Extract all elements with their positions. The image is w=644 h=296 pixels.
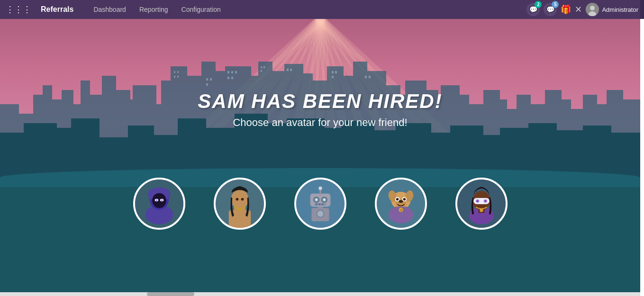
svg-rect-70 xyxy=(174,76,175,78)
close-icon[interactable]: ✕ xyxy=(575,4,582,15)
svg-rect-85 xyxy=(332,71,334,73)
avatar-hooded[interactable] xyxy=(133,178,185,230)
app-name: Referrals xyxy=(41,5,73,14)
svg-rect-74 xyxy=(206,83,208,86)
svg-rect-87 xyxy=(332,76,334,78)
avatar-warrior[interactable] xyxy=(214,178,266,230)
svg-rect-88 xyxy=(365,76,367,78)
svg-rect-89 xyxy=(369,76,371,78)
svg-rect-144 xyxy=(315,204,317,205)
svg-rect-75 xyxy=(227,71,229,73)
headline-title: SAM HAS BEEN HIRED! xyxy=(198,90,442,113)
svg-point-168 xyxy=(476,200,479,203)
svg-point-1 xyxy=(590,6,595,10)
svg-rect-146 xyxy=(321,204,323,205)
svg-rect-71 xyxy=(177,76,179,78)
admin-menu[interactable]: Administrator xyxy=(586,3,638,16)
top-navigation: ⋮⋮⋮ Referrals Dashboard Reporting Config… xyxy=(0,0,644,19)
svg-point-136 xyxy=(318,187,322,190)
notifications-button[interactable]: 💬 2 xyxy=(526,3,540,16)
avatars-container: ★ xyxy=(133,178,508,230)
svg-rect-68 xyxy=(174,71,175,73)
svg-point-170 xyxy=(480,208,483,212)
svg-rect-79 xyxy=(231,77,233,79)
svg-point-128 xyxy=(241,198,244,201)
avatar-female-hero[interactable] xyxy=(455,178,508,230)
svg-rect-81 xyxy=(263,66,265,68)
svg-rect-76 xyxy=(231,71,233,73)
menu-dashboard[interactable]: Dashboard xyxy=(88,4,132,15)
scrollbar-thumb[interactable] xyxy=(147,292,194,296)
svg-rect-145 xyxy=(318,204,320,205)
menu-reporting[interactable]: Reporting xyxy=(134,4,174,15)
gift-icon[interactable]: 🎁 xyxy=(561,4,571,15)
main-content: .ray-line { stroke: rgba(255,200,180,0.2… xyxy=(0,19,640,296)
svg-point-169 xyxy=(484,200,487,203)
svg-rect-86 xyxy=(335,71,337,73)
main-menu: Dashboard Reporting Configuration xyxy=(88,4,517,15)
svg-point-153 xyxy=(399,200,403,203)
svg-point-132 xyxy=(317,210,324,217)
svg-point-142 xyxy=(323,199,325,201)
avatar xyxy=(586,3,599,16)
messages-badge: 5 xyxy=(552,1,559,8)
messages-button[interactable]: 💬 5 xyxy=(544,3,557,16)
svg-point-122 xyxy=(161,199,163,201)
topnav-right-icons: 💬 2 💬 5 🎁 ✕ Administrator xyxy=(526,3,638,16)
svg-rect-69 xyxy=(177,71,179,73)
admin-name: Administrator xyxy=(602,6,638,13)
menu-configuration[interactable]: Configuration xyxy=(176,4,227,15)
svg-rect-77 xyxy=(235,71,237,73)
svg-point-129 xyxy=(238,208,241,211)
svg-point-156 xyxy=(396,198,399,201)
svg-rect-82 xyxy=(261,70,262,72)
scrollbar-right[interactable] xyxy=(640,0,644,19)
svg-rect-80 xyxy=(261,66,262,68)
headline-container: SAM HAS BEEN HIRED! Choose an avatar for… xyxy=(198,90,442,129)
svg-rect-83 xyxy=(287,69,289,71)
svg-rect-84 xyxy=(290,69,292,71)
svg-point-118 xyxy=(152,193,166,208)
notifications-badge: 2 xyxy=(535,1,542,8)
svg-rect-72 xyxy=(206,78,208,81)
svg-point-157 xyxy=(403,198,406,201)
avatar-robot[interactable] xyxy=(294,178,346,230)
svg-point-121 xyxy=(155,199,157,201)
bottom-scrollbar[interactable] xyxy=(0,292,640,296)
avatar-dog[interactable]: ★ xyxy=(375,178,427,230)
svg-point-127 xyxy=(236,198,238,201)
grid-icon[interactable]: ⋮⋮⋮ xyxy=(6,4,31,15)
svg-point-126 xyxy=(231,189,248,209)
headline-subtitle: Choose an avatar for your new friend! xyxy=(198,117,442,129)
svg-rect-73 xyxy=(210,78,212,81)
svg-rect-78 xyxy=(227,77,229,79)
svg-point-141 xyxy=(315,199,317,201)
